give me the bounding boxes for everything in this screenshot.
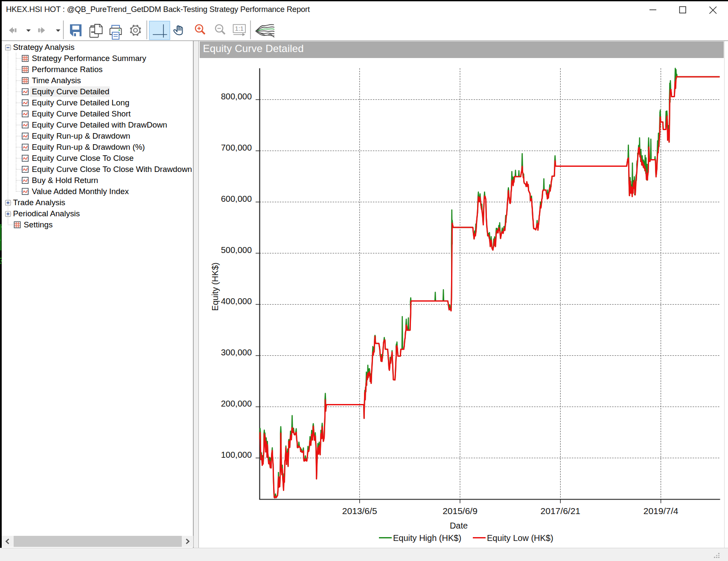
svg-text:2017/6/21: 2017/6/21	[541, 506, 580, 516]
svg-text:Equity (HK$): Equity (HK$)	[210, 262, 220, 311]
svg-text:Equity High (HK$): Equity High (HK$)	[393, 533, 461, 543]
svg-text:800,000: 800,000	[221, 92, 252, 101]
svg-text:Date: Date	[450, 521, 468, 530]
svg-text:100,000: 100,000	[221, 450, 252, 459]
svg-text:600,000: 600,000	[221, 194, 252, 203]
svg-text:2013/6/5: 2013/6/5	[342, 506, 377, 516]
svg-text:300,000: 300,000	[221, 348, 252, 357]
svg-text:700,000: 700,000	[221, 143, 252, 152]
svg-text:2015/6/9: 2015/6/9	[443, 506, 478, 516]
svg-text:200,000: 200,000	[221, 399, 252, 408]
svg-text:400,000: 400,000	[221, 296, 252, 306]
svg-text:Equity Low (HK$): Equity Low (HK$)	[487, 533, 553, 543]
svg-text:500,000: 500,000	[221, 245, 252, 255]
svg-text:2019/7/4: 2019/7/4	[644, 506, 678, 516]
